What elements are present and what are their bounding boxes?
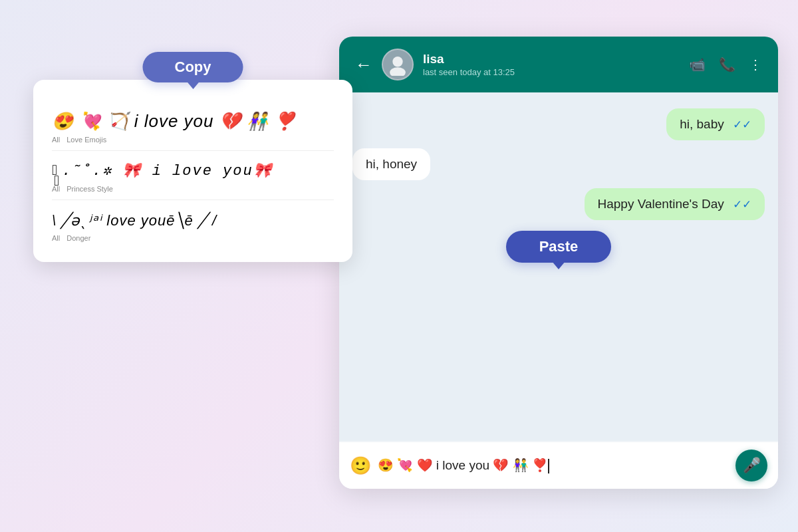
avatar [382,49,414,80]
emoji-tags-love: All Love Emojis [52,136,334,144]
emoji-tags-donger: All Donger [52,234,334,242]
chat-panel: ← lisa last seen today at 13:25 📹 📞 ⋮ hi… [339,37,778,489]
emoji-text-donger: \ ╱əˎʲᵃⁱ love youē╲ē ╱ / [52,211,334,231]
contact-name: lisa [423,52,680,67]
tag-all-1: All [52,136,60,144]
emoji-picker-button[interactable]: 🙂 [350,456,371,476]
emoji-row-donger[interactable]: \ ╱əˎʲᵃⁱ love youē╲ē ╱ / All Donger [52,200,334,249]
input-content: 😍 💘 ❤️ i love you 💔 👫 ❣️ [378,458,548,472]
text-cursor [548,459,549,473]
message-2: hi, honey [352,148,765,180]
message-text-2: hi, honey [366,157,417,171]
emoji-text-princess: ✲͙.˜˚.✲ 🎀 i love you🎀 [52,162,334,182]
emoji-text-love: 😍 💘 🏹 i love you 💔 👫 ❣️ [52,109,334,133]
copy-bubble[interactable]: Copy [143,52,243,82]
emoji-row-love[interactable]: 😍 💘 🏹 i love you 💔 👫 ❣️ All Love Emojis [52,98,334,151]
copy-panel: Copy 😍 💘 🏹 i love you 💔 👫 ❣️ All Love Em… [33,80,352,262]
tag-donger: Donger [66,234,90,242]
bubble-sent-2: Happy Valentine's Day ✓✓ [585,188,765,220]
tag-love-emojis: Love Emojis [66,136,106,144]
tag-all-2: All [52,185,60,193]
message-ticks-2: ✓✓ [733,198,751,211]
paste-bubble[interactable]: Paste [506,231,612,263]
paste-bubble-wrap: Paste [352,231,765,263]
emoji-tags-princess: All Princess Style [52,185,334,193]
phone-icon[interactable]: 📞 [719,57,735,72]
message-3: Happy Valentine's Day ✓✓ [352,188,765,220]
svg-point-0 [392,57,402,66]
contact-status: last seen today at 13:25 [423,67,680,77]
tag-all-3: All [52,234,60,242]
chat-actions: 📹 📞 ⋮ [689,57,762,72]
chat-header: ← lisa last seen today at 13:25 📹 📞 ⋮ [339,37,778,92]
chat-input-bar: 🙂 😍 💘 ❤️ i love you 💔 👫 ❣️ 🎤 [339,442,778,489]
message-ticks-1: ✓✓ [733,118,751,131]
message-text-3: Happy Valentine's Day [598,197,724,211]
message-text-1: hi, baby [680,117,724,131]
more-options-icon[interactable]: ⋮ [749,57,762,72]
emoji-row-princess[interactable]: ✲͙.˜˚.✲ 🎀 i love you🎀 All Princess Style [52,151,334,200]
chat-info: lisa last seen today at 13:25 [423,52,680,77]
back-button[interactable]: ← [355,55,372,75]
svg-point-1 [390,67,406,76]
video-call-icon[interactable]: 📹 [689,57,706,72]
avatar-icon [383,50,412,79]
avatar-svg [386,53,409,76]
chat-body: hi, baby ✓✓ hi, honey Happy Valentine's … [339,92,778,441]
tag-princess-style: Princess Style [66,185,113,193]
mic-icon: 🎤 [743,457,761,474]
message-input[interactable]: 😍 💘 ❤️ i love you 💔 👫 ❣️ [378,458,729,473]
message-1: hi, baby ✓✓ [352,108,765,140]
bubble-received-1: hi, honey [352,148,430,180]
bubble-sent-1: hi, baby ✓✓ [666,108,765,140]
mic-button[interactable]: 🎤 [735,450,767,481]
